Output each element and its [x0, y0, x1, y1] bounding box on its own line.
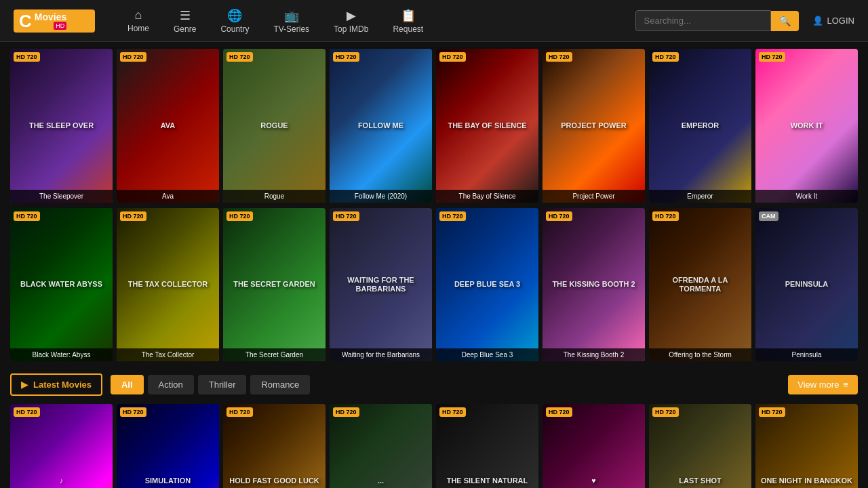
nav-icon-home: ⌂: [135, 8, 142, 22]
movie-title: Offering to the Storm: [649, 348, 751, 361]
nav-label-country: Country: [220, 24, 249, 34]
movie-card-followme[interactable]: FOLLOW MEHD 720Follow Me (2020): [330, 49, 432, 203]
nav-label-tv-series: TV-Series: [273, 24, 309, 34]
nav-icon-top-imdb: ▶: [347, 8, 356, 23]
latest-play-icon: ▶: [21, 380, 28, 390]
movie-card-holdfast[interactable]: HOLD FAST GOOD LUCKHD 720: [223, 404, 326, 488]
nav-label-genre: Genre: [174, 24, 196, 34]
movie-title: The Sleepover: [10, 190, 113, 203]
movie-card-ava[interactable]: AVAHD 720Ava: [117, 49, 219, 203]
login-icon: 👤: [812, 16, 823, 26]
movie-card-sleepover[interactable]: THE SLEEP OVERHD 720The Sleepover: [10, 49, 113, 203]
login-label: LOGIN: [827, 16, 854, 26]
movie-card-lastshot[interactable]: LAST SHOTHD 720: [649, 404, 751, 488]
nav-icon-request: 📋: [401, 8, 416, 23]
movie-card-emperor[interactable]: EMPERORHD 720Emperor: [649, 49, 751, 203]
movie-title: Black Water: Abyss: [10, 348, 113, 361]
section-header: ▶ Latest Movies AllActionThrillerRomance…: [10, 373, 858, 396]
movie-card-workit[interactable]: WORK ITHD 720Work It: [755, 49, 858, 203]
movie-title: The Secret Garden: [223, 348, 326, 361]
movie-title: Emperor: [649, 190, 751, 203]
logo-movies: Movies: [35, 12, 66, 22]
movie-card-bangkok[interactable]: ONE NIGHT IN BANGKOKHD 720: [755, 404, 858, 488]
nav-item-home[interactable]: ⌂Home: [115, 3, 161, 39]
filter-tab-thriller[interactable]: Thriller: [198, 375, 247, 394]
filter-tab-action[interactable]: Action: [148, 375, 194, 394]
row2-grid: BLACK WATER ABYSSHD 720Black Water: Abys…: [10, 208, 858, 362]
nav-item-genre[interactable]: ☰Genre: [161, 3, 208, 39]
movie-card-projectpower[interactable]: PROJECT POWERHD 720Project Power: [542, 49, 645, 203]
movie-title: The Kissing Booth 2: [542, 348, 645, 361]
latest-movies-label: Latest Movies: [33, 380, 92, 390]
login-button[interactable]: 👤 LOGIN: [812, 16, 854, 26]
logo-text: Movies HD: [35, 12, 66, 30]
movie-card-waiting[interactable]: WAITING FOR THE BARBARIANSHD 720Waiting …: [330, 208, 432, 362]
search-input[interactable]: [635, 10, 771, 31]
movie-card-simulation[interactable]: SIMULATIONHD 720: [117, 404, 219, 488]
nav-icon-genre: ☰: [180, 8, 191, 23]
filter-tab-all[interactable]: All: [111, 375, 144, 394]
bottom-grid: ♪HD 720SIMULATIONHD 720HOLD FAST GOOD LU…: [10, 404, 858, 488]
row1-section: THE SLEEP OVERHD 720The SleepoverAVAHD 7…: [0, 42, 868, 373]
filter-tabs: AllActionThrillerRomance: [111, 375, 310, 394]
logo[interactable]: C Movies HD: [14, 9, 95, 33]
view-more-label: View more: [797, 380, 839, 390]
movie-card-secretgarden[interactable]: THE SECRET GARDENHD 720The Secret Garden: [223, 208, 326, 362]
movie-card-concert[interactable]: ♪HD 720: [10, 404, 113, 488]
movie-card-rogue[interactable]: ROGUEHD 720Rogue: [223, 49, 326, 203]
logo-c: C: [19, 12, 32, 30]
nav-item-top-imdb[interactable]: ▶Top IMDb: [321, 3, 380, 39]
nav-item-tv-series[interactable]: 📺TV-Series: [261, 3, 321, 39]
movie-title: Rogue: [223, 190, 326, 203]
movie-card-blackwater[interactable]: BLACK WATER ABYSSHD 720Black Water: Abys…: [10, 208, 113, 362]
nav-label-top-imdb: Top IMDb: [334, 24, 368, 34]
movie-card-romance2[interactable]: ♥HD 720: [542, 404, 645, 488]
movie-card-taxcollector[interactable]: THE TAX COLLECTORHD 720The Tax Collector: [117, 208, 219, 362]
movie-title: Peninsula: [755, 348, 858, 361]
movie-title: Project Power: [542, 190, 645, 203]
filter-tab-romance[interactable]: Romance: [250, 375, 310, 394]
view-more-button[interactable]: View more ≡: [788, 375, 858, 394]
movie-card-deepbluesea[interactable]: DEEP BLUE SEA 3HD 720Deep Blue Sea 3: [436, 208, 538, 362]
nav-item-country[interactable]: 🌐Country: [208, 3, 261, 39]
header: C Movies HD ⌂Home☰Genre🌐Country📺TV-Serie…: [0, 0, 868, 42]
nav-label-home: Home: [127, 24, 149, 33]
search-button[interactable]: 🔍: [771, 11, 799, 31]
movie-title: The Bay of Silence: [436, 190, 538, 203]
view-more-icon: ≡: [843, 380, 848, 390]
search-area: 🔍: [635, 10, 799, 31]
nav-label-request: Request: [393, 24, 423, 34]
movie-title: Follow Me (2020): [330, 190, 432, 203]
movie-title: The Tax Collector: [117, 348, 219, 361]
nav-item-request[interactable]: 📋Request: [380, 3, 435, 39]
movie-title: Waiting for the Barbarians: [330, 348, 432, 361]
logo-hd: HD: [54, 22, 66, 30]
nav-icon-country: 🌐: [227, 8, 242, 23]
nav-icon-tv-series: 📺: [284, 8, 299, 23]
movie-card-offering[interactable]: OFRENDA A LA TORMENTAHD 720Offering to t…: [649, 208, 751, 362]
main-nav: ⌂Home☰Genre🌐Country📺TV-Series▶Top IMDb📋R…: [115, 3, 635, 39]
latest-movies-button[interactable]: ▶ Latest Movies: [10, 373, 102, 396]
movie-card-bayofsilence[interactable]: THE BAY OF SILENCEHD 720The Bay of Silen…: [436, 49, 538, 203]
movie-title: Deep Blue Sea 3: [436, 348, 538, 361]
movie-card-misty[interactable]: ...HD 720: [330, 404, 432, 488]
latest-section: ▶ Latest Movies AllActionThrillerRomance…: [0, 373, 868, 488]
movie-card-peninsula[interactable]: PENINSULACAMPeninsula: [755, 208, 858, 362]
movie-title: Ava: [117, 190, 219, 203]
movie-title: Work It: [755, 190, 858, 203]
movie-card-silentnatural[interactable]: THE SILENT NATURALHD 720: [436, 404, 538, 488]
row1-grid: THE SLEEP OVERHD 720The SleepoverAVAHD 7…: [10, 49, 858, 203]
movie-card-kissingbooth[interactable]: THE KISSING BOOTH 2HD 720The Kissing Boo…: [542, 208, 645, 362]
